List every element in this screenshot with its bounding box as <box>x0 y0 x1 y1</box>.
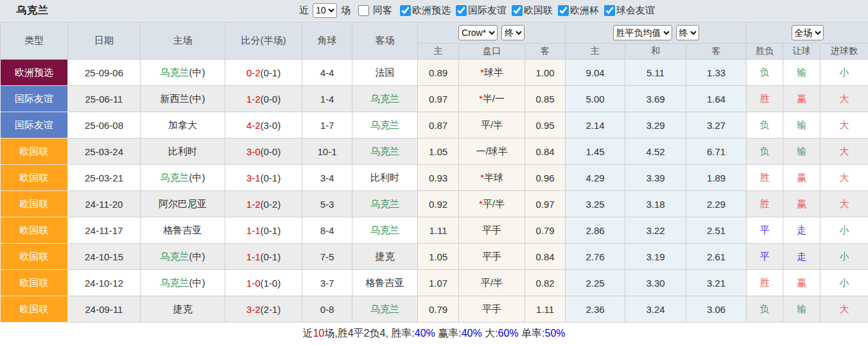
match-count-select[interactable]: 10 <box>313 3 337 18</box>
filter-checkbox-1[interactable] <box>456 5 467 16</box>
odds-time-select[interactable]: 终 <box>676 25 699 40</box>
filter-checkbox-3[interactable] <box>558 5 569 16</box>
odds-group-header: 胜平负均值终 <box>566 22 747 44</box>
cell-date: 24-11-20 <box>68 191 141 217</box>
cell-away-team-name: 捷克 <box>376 251 395 262</box>
near-label: 近 <box>299 4 309 17</box>
cell-away-team: 格鲁吉亚 <box>352 270 418 296</box>
cell-score: 3-2(2-1) <box>225 296 302 323</box>
same-away-label: 同客 <box>373 4 392 17</box>
score-fulltime: 1-2 <box>247 94 261 105</box>
cell-result-wdl: 胜 <box>747 270 783 296</box>
table-row: 国际友谊25-06-11新西兰(中)1-2(0-0)1-4乌克兰0.97*半/一… <box>1 86 868 112</box>
cell-score: 3-0(0-0) <box>225 139 302 165</box>
cell-handicap-away-odds: 0.79 <box>525 217 566 244</box>
cell-odds-home: 2.86 <box>566 217 625 244</box>
header-score: 比分(半场) <box>225 22 302 60</box>
cell-odds-away: 2.61 <box>686 244 747 270</box>
cell-result-goals: 大 <box>820 112 868 139</box>
cell-home-team-mid: (中) <box>189 172 205 183</box>
cell-handicap-home-odds: 0.79 <box>418 296 459 323</box>
cell-odds-away: 3.27 <box>686 112 747 139</box>
result-group-header: 全场 <box>747 22 868 44</box>
filter-label-3: 欧洲杯 <box>570 4 599 17</box>
same-away-checkbox[interactable] <box>358 5 369 16</box>
filter-item-2: 欧国联 <box>507 4 553 17</box>
cell-date: 25-09-06 <box>68 60 141 86</box>
cell-result-wdl: 平 <box>747 244 783 270</box>
cell-odds-draw: 3.30 <box>625 270 686 296</box>
cell-handicap-away-odds: 1.11 <box>525 296 566 323</box>
cell-home-team-name: 比利时 <box>168 146 197 156</box>
header-corner: 角球 <box>302 22 352 60</box>
cell-odds-home: 4.29 <box>566 165 625 191</box>
period-select[interactable]: 全场 <box>792 25 824 40</box>
cell-handicap-line: 平手 <box>459 217 525 244</box>
cell-away-team: 乌克兰 <box>352 191 418 217</box>
cell-handicap-line: *半球 <box>459 165 525 191</box>
cell-home-team-name: 乌克兰 <box>161 67 189 78</box>
cell-home-team-name: 乌克兰 <box>161 172 189 183</box>
cell-odds-away: 3.21 <box>686 270 747 296</box>
sub-header-2: 客 <box>525 44 566 60</box>
cell-corners: 3-4 <box>302 165 352 191</box>
competition-filter-group: 欧洲预选国际友谊欧国联欧洲杯球会友谊 <box>395 4 655 17</box>
cell-score: 1-2(0-2) <box>225 191 302 217</box>
summary-bar: 近10场,胜4平2负4, 胜率:40% 赢率:40% 大:60% 单率:50% <box>0 323 868 344</box>
cell-home-team-name: 格鲁吉亚 <box>164 224 202 235</box>
score-halftime: (0-0) <box>261 146 281 157</box>
cell-result-goals: 大 <box>820 191 868 217</box>
cell-away-team-name: 乌克兰 <box>370 198 399 209</box>
cell-home-team-mid: (中) <box>189 93 205 104</box>
score-fulltime: 1-0 <box>247 278 261 289</box>
count-suffix-label: 场 <box>341 4 351 17</box>
filter-label-4: 球会友谊 <box>616 4 655 17</box>
cell-handicap-away-odds: 0.95 <box>525 112 566 139</box>
odds-average-select[interactable]: 胜平负均值 <box>613 25 672 40</box>
table-row: 欧国联24-11-20阿尔巴尼亚1-2(0-2)5-3乌克兰0.92*平/半0.… <box>1 191 868 217</box>
cell-result-handicap: 赢 <box>783 165 820 191</box>
filter-checkbox-4[interactable] <box>604 5 615 16</box>
cell-away-team: 乌克兰 <box>352 112 418 139</box>
cell-score: 1-1(0-1) <box>225 217 302 244</box>
score-halftime: (0-0) <box>261 94 281 105</box>
summary-segment-2: 场,胜4平2负4, 胜率: <box>324 327 414 341</box>
score-halftime: (1-0) <box>261 278 281 289</box>
cell-score: 1-0(1-0) <box>225 270 302 296</box>
cell-corners: 5-3 <box>302 191 352 217</box>
filter-checkbox-2[interactable] <box>512 5 523 16</box>
table-row: 欧国联24-11-17格鲁吉亚1-1(0-1)8-4乌克兰1.11平手0.792… <box>1 217 868 244</box>
cell-handicap-away-odds: 0.84 <box>525 244 566 270</box>
cell-score: 3-1(0-1) <box>225 165 302 191</box>
table-body: 欧洲预选25-09-06乌克兰(中)0-2(0-1)4-4法国0.89*球半1.… <box>1 60 868 323</box>
cell-competition-type: 欧洲预选 <box>1 60 68 86</box>
cell-handicap-home-odds: 1.05 <box>418 139 459 165</box>
filter-item-4: 球会友谊 <box>599 4 655 17</box>
cell-odds-draw: 3.19 <box>625 244 686 270</box>
handicap-star: * <box>479 198 483 209</box>
score-fulltime: 3-0 <box>247 146 261 157</box>
score-fulltime: 0-2 <box>247 67 261 78</box>
cell-odds-home: 1.45 <box>566 139 625 165</box>
cell-handicap-line: 平/半 <box>459 270 525 296</box>
cell-result-wdl: 胜 <box>747 165 783 191</box>
score-fulltime: 1-2 <box>247 199 261 210</box>
cell-home-team-mid: (中) <box>189 251 205 262</box>
handicap-time-select[interactable]: 终 <box>501 25 525 40</box>
cell-odds-away: 1.33 <box>686 60 747 86</box>
cell-result-goals: 大 <box>820 86 868 112</box>
handicap-company-select[interactable]: Crow* <box>458 25 498 40</box>
cell-corners: 0-8 <box>302 296 352 323</box>
cell-home-team-name: 阿尔巴尼亚 <box>159 198 207 209</box>
cell-handicap-line: 平手 <box>459 244 525 270</box>
sub-header-5: 客 <box>686 44 747 60</box>
sub-header-6: 胜负 <box>747 44 783 60</box>
cell-result-wdl: 平 <box>747 217 783 244</box>
cell-home-team: 比利时 <box>141 139 225 165</box>
sub-header-0: 主 <box>418 44 459 60</box>
cell-handicap-line: *平/半 <box>459 191 525 217</box>
filter-checkbox-0[interactable] <box>400 5 411 16</box>
cell-home-team-name: 新西兰 <box>161 93 189 104</box>
summary-segment-7: 60% <box>498 328 519 339</box>
score-halftime: (0-1) <box>261 67 281 78</box>
